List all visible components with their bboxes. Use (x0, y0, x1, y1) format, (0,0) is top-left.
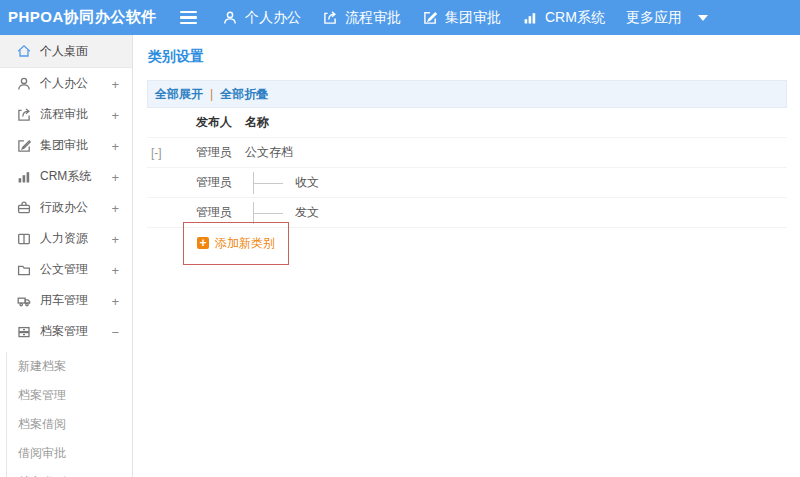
submenu-item-new-archive[interactable]: 新建档案 (7, 352, 132, 381)
sidebar-item-label: 公文管理 (40, 261, 88, 278)
tree-branch-line (245, 168, 287, 198)
category-name-cell[interactable]: 收文 (295, 174, 319, 191)
edit-icon (16, 138, 32, 154)
publisher-cell: 管理员 (196, 174, 245, 191)
home-icon (16, 43, 32, 59)
sidebar-item-crm-system[interactable]: CRM系统 + (0, 161, 132, 192)
flow-icon (16, 107, 32, 123)
expand-plus-icon[interactable]: + (111, 200, 119, 215)
submenu-item-archive-category[interactable]: 档案类别 (7, 468, 132, 477)
expand-plus-icon[interactable]: + (111, 293, 119, 308)
nav-label: 个人办公 (245, 9, 301, 27)
sidebar-item-label: 流程审批 (40, 106, 88, 123)
topbar-nav: 个人办公 流程审批 集团审批 CRM系统 更多应用 (222, 9, 708, 27)
sidebar: 个人桌面 个人办公 + 流程审批 + 集团审批 + CRM系统 + 行政办公 +… (0, 35, 133, 477)
collapse-all-link[interactable]: 全部折叠 (220, 86, 268, 103)
collapse-expander[interactable]: [-] (147, 146, 196, 160)
nav-label: 流程审批 (345, 9, 401, 27)
expand-plus-icon[interactable]: + (111, 138, 119, 153)
sidebar-item-label: 人力资源 (40, 230, 88, 247)
topbar-nav-workflow-approval[interactable]: 流程审批 (322, 9, 401, 27)
add-category-row: + 添加新类别 (147, 228, 787, 258)
sidebar-item-personal-office[interactable]: 个人办公 + (0, 68, 132, 99)
sidebar-item-group-approval[interactable]: 集团审批 + (0, 130, 132, 161)
book-icon (16, 231, 32, 247)
topbar-nav-personal-office[interactable]: 个人办公 (222, 9, 301, 27)
category-name-cell[interactable]: 公文存档 (245, 144, 787, 161)
person-icon (222, 10, 238, 26)
sidebar-item-human-resources[interactable]: 人力资源 + (0, 223, 132, 254)
sidebar-item-archive-management[interactable]: 档案管理 − (0, 316, 132, 347)
sidebar-item-label: CRM系统 (40, 168, 91, 185)
category-table: 发布人 名称 [-] 管理员 公文存档 管理员 收文 管理员 发文 (147, 108, 787, 258)
sidebar-item-label: 集团审批 (40, 137, 88, 154)
sidebar-item-label: 个人桌面 (40, 43, 88, 60)
tree-toolbar: 全部展开 | 全部折叠 (147, 80, 787, 108)
main-content: 类别设置 全部展开 | 全部折叠 发布人 名称 [-] 管理员 公文存档 管理员… (134, 35, 800, 258)
topbar-nav-group-approval[interactable]: 集团审批 (422, 9, 501, 27)
sidebar-item-vehicle-management[interactable]: 用车管理 + (0, 285, 132, 316)
flow-icon (322, 10, 338, 26)
sidebar-item-label: 用车管理 (40, 292, 88, 309)
topbar-nav-crm-system[interactable]: CRM系统 (522, 9, 605, 27)
page-title: 类别设置 (147, 45, 787, 66)
caret-down-icon (698, 15, 708, 21)
sidebar-item-admin-office[interactable]: 行政办公 + (0, 192, 132, 223)
table-row-outgoing-doc: 管理员 发文 (147, 198, 787, 228)
submenu-item-archive-management[interactable]: 档案管理 (7, 381, 132, 410)
sidebar-item-label: 档案管理 (40, 323, 88, 340)
sidebar-item-personal-desktop[interactable]: 个人桌面 (0, 35, 132, 68)
table-row-incoming-doc: 管理员 收文 (147, 168, 787, 198)
tree-branch-line (245, 198, 287, 228)
add-category-label: 添加新类别 (215, 235, 275, 252)
table-header-row: 发布人 名称 (147, 108, 787, 138)
sidebar-item-label: 行政办公 (40, 199, 88, 216)
briefcase-icon (16, 200, 32, 216)
topbar: PHPOA协同办公软件 个人办公 流程审批 集团审批 CRM系统 更多应用 (0, 0, 800, 35)
nav-label: CRM系统 (545, 9, 605, 27)
expand-plus-icon[interactable]: + (111, 169, 119, 184)
edit-icon (422, 10, 438, 26)
submenu-item-archive-borrow[interactable]: 档案借阅 (7, 410, 132, 439)
hamburger-menu-icon[interactable] (180, 11, 197, 25)
nav-label: 更多应用 (626, 9, 682, 27)
add-category-button[interactable]: + 添加新类别 (197, 235, 275, 252)
expand-plus-icon[interactable]: + (111, 107, 119, 122)
chart-icon (522, 10, 538, 26)
expand-plus-icon[interactable]: + (111, 76, 119, 91)
category-name-cell[interactable]: 发文 (295, 204, 319, 221)
name-header: 名称 (245, 114, 787, 131)
sidebar-item-label: 个人办公 (40, 75, 88, 92)
publisher-cell: 管理员 (196, 204, 245, 221)
publisher-cell: 管理员 (196, 144, 245, 161)
expand-minus-icon[interactable]: − (111, 324, 119, 339)
app-logo: PHPOA协同办公软件 (0, 8, 180, 27)
person-icon (16, 76, 32, 92)
sidebar-submenu-archive: 新建档案 档案管理 档案借阅 借阅审批 档案类别 (6, 352, 132, 477)
chart-icon (16, 169, 32, 185)
table-row-archive-root: [-] 管理员 公文存档 (147, 138, 787, 168)
sidebar-item-document-management[interactable]: 公文管理 + (0, 254, 132, 285)
folder-icon (16, 262, 32, 278)
expand-plus-icon[interactable]: + (111, 231, 119, 246)
submenu-item-borrow-approval[interactable]: 借阅审批 (7, 439, 132, 468)
plus-icon: + (197, 237, 209, 249)
expand-plus-icon[interactable]: + (111, 262, 119, 277)
expand-all-link[interactable]: 全部展开 (155, 86, 203, 103)
topbar-nav-more-apps[interactable]: 更多应用 (626, 9, 708, 27)
sidebar-item-workflow-approval[interactable]: 流程审批 + (0, 99, 132, 130)
nav-label: 集团审批 (445, 9, 501, 27)
archive-icon (16, 324, 32, 340)
publisher-header: 发布人 (196, 114, 245, 131)
truck-icon (16, 293, 32, 309)
toolbar-separator: | (210, 87, 213, 101)
